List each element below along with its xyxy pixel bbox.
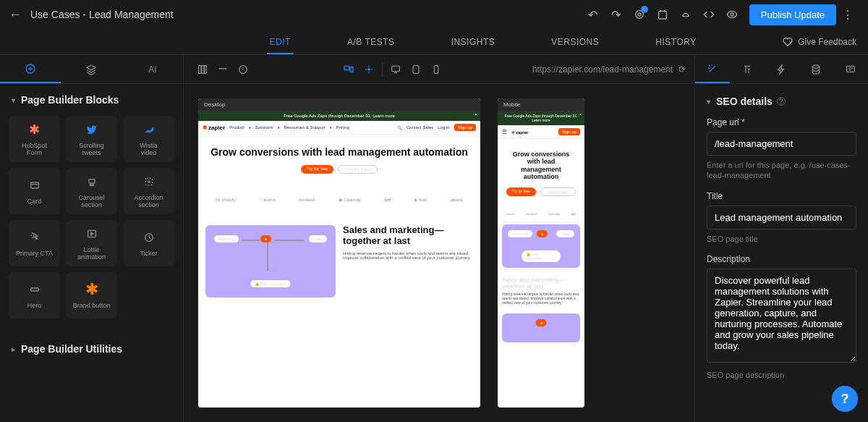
site-nav: zapier Product▾ Solutions▾ Resources & S…	[198, 121, 480, 135]
svg-point-8	[91, 185, 92, 185]
back-arrow-icon[interactable]: ←	[9, 7, 22, 22]
redo-icon[interactable]: ↷	[606, 4, 626, 25]
close-icon[interactable]: ×	[475, 112, 477, 117]
title-input[interactable]	[707, 206, 856, 229]
hero-primary-btn: Try for free	[301, 165, 333, 174]
left-panel: AI ▾ Page Builder Blocks ✱HubSpotForm Sc…	[0, 55, 184, 422]
ruler-icon[interactable]	[213, 59, 233, 80]
refresh-icon[interactable]: ⟳	[678, 64, 686, 75]
top-bar: ← Use Cases - Lead Management ↶ ↷ 1 Publ…	[0, 0, 868, 29]
give-feedback-button[interactable]: Give Feedback	[782, 36, 856, 48]
logo-asana: ⁖ asana	[259, 197, 275, 202]
block-card[interactable]: Card	[9, 168, 60, 214]
tab-edit[interactable]: EDIT	[267, 30, 294, 54]
right-tab-chat[interactable]	[833, 55, 868, 83]
logo-strip: 🛍 shopify ⁖ asana zendesk ◉ Calendly lyf…	[198, 185, 480, 216]
right-tab-bolt[interactable]	[765, 55, 799, 83]
mobile-icon[interactable]	[426, 59, 446, 80]
chevron-right-icon: ▸	[12, 345, 15, 353]
undo-icon[interactable]: ↶	[583, 4, 603, 25]
preview-icon[interactable]	[722, 4, 742, 25]
svg-point-7	[90, 185, 90, 185]
bell-icon[interactable]	[676, 4, 696, 25]
section2-body: Hitting revenue targets is harder when t…	[343, 251, 473, 260]
right-tab-data[interactable]	[799, 55, 833, 83]
cta-icon	[29, 229, 41, 246]
info-icon[interactable]: ?	[777, 97, 786, 106]
svg-rect-5	[30, 182, 38, 188]
svg-rect-6	[89, 180, 95, 183]
preview-desktop[interactable]: Desktop Free Google Ads Zaps through Dec…	[198, 98, 480, 408]
blocks-grid: ✱HubSpotForm Scrollingtweets Wistiavideo…	[0, 116, 183, 318]
block-lottie-animation[interactable]: Lottieanimation	[66, 220, 117, 266]
block-wistia-video[interactable]: Wistiavideo	[123, 116, 174, 162]
calendar-icon[interactable]	[652, 4, 673, 25]
title-label: Title	[707, 191, 856, 201]
right-tab-wand[interactable]	[695, 55, 730, 83]
svg-rect-13	[30, 288, 38, 291]
left-tab-layers[interactable]	[61, 55, 122, 83]
page-url-input[interactable]	[707, 132, 856, 156]
page-url-hint: Enter a url for this page, e.g. /use-cas…	[707, 160, 856, 181]
preview-mobile[interactable]: Mobile Free Google Ads Zaps through Dece…	[498, 98, 584, 408]
chevron-down-icon: ▾	[707, 98, 710, 106]
section-header-blocks[interactable]: ▾ Page Builder Blocks	[0, 84, 183, 116]
crosshair-icon[interactable]	[359, 59, 379, 80]
preview-header-mobile: Mobile	[498, 98, 584, 111]
svg-rect-21	[392, 66, 400, 71]
svg-rect-22	[413, 65, 419, 73]
block-accordion-section[interactable]: Accordionsection	[123, 168, 174, 214]
page-title: Use Cases - Lead Management	[30, 9, 174, 20]
block-carousel-section[interactable]: Carouselsection	[66, 168, 117, 214]
hero-section: Grow conversions with lead management au…	[198, 135, 480, 185]
block-primary-cta[interactable]: Primary CTA	[9, 220, 60, 266]
section-sales-marketing: Marketing ✱ Sales 👍 New customers! Sales…	[198, 216, 480, 306]
help-button[interactable]: ?	[832, 386, 858, 412]
tab-history[interactable]: HISTORY	[652, 30, 699, 54]
tab-versions[interactable]: VERSIONS	[548, 30, 602, 54]
dial-icon[interactable]	[233, 59, 253, 80]
left-tab-add[interactable]	[0, 55, 61, 83]
block-ticker[interactable]: Ticker	[123, 220, 174, 266]
svg-rect-15	[202, 65, 204, 73]
logo-shopify: 🛍 shopify	[216, 197, 235, 202]
description-input[interactable]	[707, 269, 856, 363]
hero-headline: Grow conversions with lead management au…	[207, 146, 472, 158]
description-label: Description	[707, 254, 856, 264]
svg-point-24	[813, 65, 820, 68]
svg-rect-16	[205, 65, 207, 73]
tab-insights[interactable]: INSIGHTS	[448, 30, 498, 54]
desktop-icon[interactable]	[386, 59, 406, 80]
zapier-logo: zapier	[203, 125, 225, 131]
twitter-icon	[86, 121, 98, 138]
svg-rect-19	[350, 67, 353, 72]
logo-getaround: getaro	[451, 197, 463, 202]
title-hint: SEO page title	[707, 234, 856, 244]
accordion-icon	[143, 173, 155, 190]
lottie-icon	[86, 225, 98, 242]
block-hubspot-form[interactable]: ✱HubSpotForm	[9, 116, 60, 162]
svg-rect-2	[658, 11, 666, 19]
left-tab-ai[interactable]: AI	[122, 55, 183, 83]
publish-button[interactable]: Publish Update	[749, 4, 836, 25]
tab-ab-tests[interactable]: A/B TESTS	[344, 30, 398, 54]
logo-lyft: lyft	[385, 197, 391, 202]
target-icon[interactable]: 1	[629, 4, 650, 25]
block-scrolling-tweets[interactable]: Scrollingtweets	[66, 116, 117, 162]
columns-icon[interactable]	[192, 59, 213, 80]
close-icon[interactable]: ×	[579, 112, 582, 117]
block-hero[interactable]: Hero	[9, 272, 60, 318]
main-tabs: EDIT A/B TESTS INSIGHTS VERSIONS HISTORY…	[0, 29, 868, 55]
svg-point-20	[368, 68, 370, 70]
multi-device-icon[interactable]	[339, 59, 359, 80]
right-panel: ▾ SEO details ? Page url * Enter a url f…	[694, 55, 868, 422]
kebab-menu-icon[interactable]: ⋮	[838, 4, 858, 25]
right-tab-text[interactable]	[730, 55, 765, 83]
svg-rect-23	[435, 65, 438, 73]
block-brand-button[interactable]: ✱Brand button	[66, 272, 117, 318]
signup-button: Sign up	[454, 124, 476, 131]
tablet-icon[interactable]	[406, 59, 426, 80]
promo-bar: Free Google Ads Zaps through December 31…	[198, 111, 480, 121]
section-header-utilities[interactable]: ▸ Page Builder Utilities	[0, 333, 183, 365]
code-icon[interactable]	[699, 4, 719, 25]
